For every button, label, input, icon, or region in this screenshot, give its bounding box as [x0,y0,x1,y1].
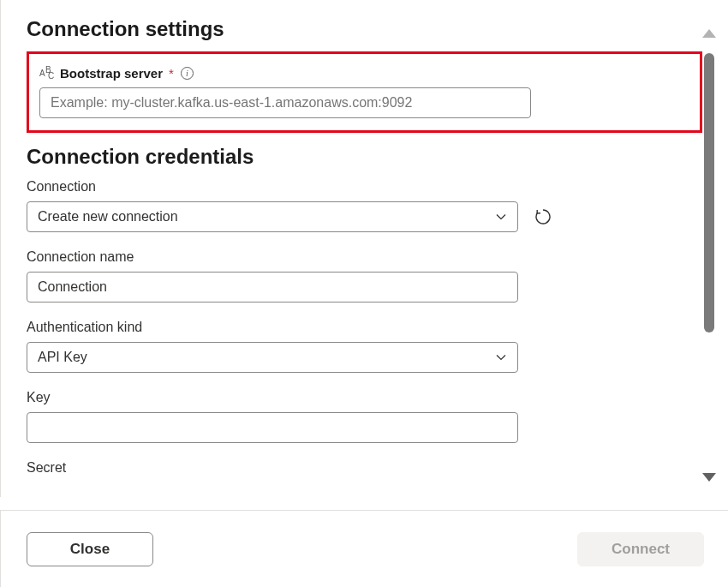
connection-settings-heading: Connection settings [27,17,702,41]
auth-kind-label: Authentication kind [27,320,702,335]
connection-name-label: Connection name [27,249,702,265]
key-label: Key [27,390,702,405]
key-field-group: Key [27,390,702,443]
connect-button: Connect [577,532,704,566]
connection-select-value: Create new connection [38,209,178,225]
bootstrap-server-input[interactable] [39,87,531,118]
connection-credentials-heading: Connection credentials [27,145,702,169]
key-input[interactable] [27,412,518,443]
bootstrap-label-row: ABC Bootstrap server * i [39,66,689,81]
chevron-down-icon [495,351,507,363]
chevron-down-icon [495,211,507,223]
auth-kind-select-value: API Key [38,350,87,365]
text-type-icon: ABC [39,67,55,81]
connection-label: Connection [27,179,702,195]
bootstrap-label: Bootstrap server [60,66,163,81]
refresh-button[interactable] [534,207,552,226]
info-icon[interactable]: i [181,67,194,80]
dialog-footer: Close Connect [0,510,728,587]
bootstrap-server-block: ABC Bootstrap server * i [27,51,702,133]
settings-panel: Connection settings ABC Bootstrap server… [0,0,728,497]
auth-kind-select[interactable]: API Key [27,342,518,373]
scrollbar-thumb[interactable] [704,53,714,332]
connection-field-group: Connection Create new connection [27,179,702,232]
auth-kind-field-group: Authentication kind API Key [27,320,702,373]
scroll-down-arrow-icon[interactable] [702,473,716,482]
connection-name-field-group: Connection name [27,249,702,302]
close-button[interactable]: Close [27,532,153,566]
connection-name-input[interactable] [27,272,518,302]
scroll-up-arrow-icon[interactable] [702,29,716,38]
secret-field-group: Secret [27,460,702,476]
required-indicator: * [169,66,174,81]
secret-label: Secret [27,460,702,476]
connection-select[interactable]: Create new connection [27,201,518,232]
